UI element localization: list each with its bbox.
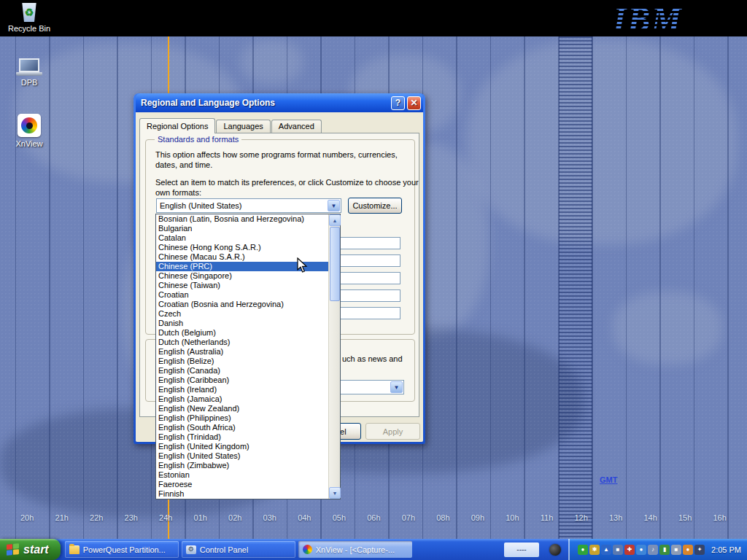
language-option[interactable]: English (South Africa) — [156, 423, 328, 432]
hour-label: 02h — [228, 513, 241, 522]
start-button[interactable]: start — [0, 539, 61, 560]
taskbar-task-button[interactable]: Control Panel — [182, 541, 295, 558]
gmt-hatch-band — [559, 36, 592, 539]
language-option[interactable]: English (Zimbabwe) — [156, 461, 328, 470]
language-option[interactable]: English (Ireland) — [156, 385, 328, 394]
tray-icon[interactable]: ■ — [613, 545, 623, 555]
tray-icon[interactable]: ✱ — [589, 545, 600, 555]
task-icon — [186, 545, 196, 554]
location-text-fragment: uch as news and — [342, 354, 411, 363]
tray-icon[interactable]: ▲ — [601, 545, 611, 555]
close-button[interactable]: ✕ — [407, 96, 421, 110]
dialog-tab[interactable]: Languages — [216, 120, 270, 133]
tray-icon[interactable]: ■ — [671, 545, 681, 555]
scrollbar-thumb[interactable] — [330, 227, 340, 301]
tray-icon[interactable]: ✦ — [694, 545, 705, 555]
hour-label: 21h — [55, 513, 69, 522]
taskbar: start PowerQuest Partition... Control Pa… — [0, 539, 747, 560]
gmt-label: GMT — [600, 475, 617, 484]
hour-label: 01h — [194, 513, 207, 522]
language-option[interactable]: Croatian (Bosnia and Herzegovina) — [156, 300, 328, 309]
language-option[interactable]: Chinese (Hong Kong S.A.R.) — [156, 243, 328, 252]
tray-icon[interactable]: ▮ — [659, 545, 670, 555]
language-option[interactable]: English (Australia) — [156, 347, 328, 357]
hour-label: 14h — [643, 513, 657, 522]
hour-label: 08h — [436, 513, 449, 522]
taskbar-dark-icon[interactable] — [549, 544, 561, 556]
dialog-tab[interactable]: Advanced — [271, 120, 322, 133]
windows-flag-icon — [7, 543, 19, 556]
language-option[interactable]: English (Jamaica) — [156, 394, 328, 404]
apply-button: Apply — [365, 423, 420, 440]
language-option[interactable]: Bulgarian — [156, 224, 328, 233]
language-option[interactable]: Finnish — [156, 489, 328, 499]
dialog-tab[interactable]: Regional Options — [139, 118, 215, 133]
tray-icon[interactable]: ● — [578, 545, 588, 555]
dialog-title: Regional and Language Options — [141, 98, 389, 108]
hour-label: 24h — [159, 513, 172, 522]
language-option[interactable]: English (Canada) — [156, 366, 328, 376]
language-option[interactable]: Chinese (Taiwan) — [156, 281, 328, 290]
chevron-down-icon[interactable]: ▼ — [328, 200, 340, 211]
desktop-icon-label: XnView — [1, 139, 57, 148]
dialog-titlebar[interactable]: Regional and Language Options ? ✕ — [136, 93, 423, 112]
hour-label: 16h — [713, 513, 727, 522]
language-option[interactable]: Czech — [156, 309, 328, 319]
list-scrollbar[interactable]: ▲ ▼ — [328, 214, 340, 499]
standards-description: This option affects how some programs fo… — [155, 149, 414, 170]
start-label: start — [23, 543, 49, 556]
desktop-icon-dpb[interactable]: DPB — [1, 58, 57, 87]
language-option[interactable]: Catalan — [156, 233, 328, 243]
language-option[interactable]: English (Belize) — [156, 357, 328, 366]
task-icon — [303, 545, 312, 554]
language-option[interactable]: English (United Kingdom) — [156, 442, 328, 451]
tray-icon[interactable]: ✚ — [624, 545, 635, 555]
taskbar-task-button[interactable]: XnView - [<Capture-... — [298, 541, 412, 558]
language-option[interactable]: Danish — [156, 319, 328, 328]
language-option[interactable]: English (New Zealand) — [156, 404, 328, 413]
recycle-bin-icon: ♻ — [21, 3, 37, 22]
desktop-icon-xnview[interactable]: XnView — [1, 114, 57, 148]
scroll-up-icon[interactable]: ▲ — [329, 214, 341, 226]
customize-button[interactable]: Customize... — [348, 198, 402, 214]
hour-label: 04h — [298, 513, 311, 522]
hour-label: 05h — [333, 513, 346, 522]
language-option[interactable]: Croatian — [156, 290, 328, 300]
language-option[interactable]: English (Caribbean) — [156, 376, 328, 385]
taskbar-tasks: PowerQuest Partition... Control Panel Xn… — [61, 539, 414, 560]
task-label: Control Panel — [200, 545, 249, 554]
chevron-down-icon[interactable]: ▼ — [390, 381, 403, 393]
language-option[interactable]: Faeroese — [156, 480, 328, 489]
scroll-down-icon[interactable]: ▼ — [329, 487, 341, 499]
language-option[interactable]: English (Trinidad) — [156, 432, 328, 442]
standards-instruction: Select an item to match its preferences,… — [155, 177, 427, 198]
hour-label: 07h — [402, 513, 415, 522]
hour-label: 09h — [471, 513, 484, 522]
hour-label: 10h — [506, 513, 519, 522]
timezone-hour-scale: 20h21h22h23h24h01h02h03h04h05h06h07h08h0… — [0, 513, 747, 522]
standards-format-combobox[interactable]: English (United States) ▼ — [156, 198, 341, 213]
hour-label: 15h — [678, 513, 692, 522]
taskbar-overflow-button[interactable]: ---- — [504, 542, 539, 557]
taskbar-task-button[interactable]: PowerQuest Partition... — [65, 541, 179, 558]
tray-icon[interactable]: ● — [683, 545, 693, 555]
language-option[interactable]: Estonian — [156, 470, 328, 480]
language-option[interactable]: Dutch (Belgium) — [156, 328, 328, 338]
mouse-cursor-icon — [297, 257, 308, 273]
system-tray: ● ✱ ▲ ■ ✚ ● ♪ ▮ ■ ● — [568, 539, 747, 560]
tray-icons: ● ✱ ▲ ■ ✚ ● ♪ ▮ ■ ● — [578, 545, 705, 555]
hour-label: 03h — [263, 513, 276, 522]
language-option[interactable]: English (United States) — [156, 451, 328, 461]
desktop-icon-recycle-bin[interactable]: ♻ Recycle Bin — [1, 3, 57, 33]
language-option[interactable]: Dutch (Netherlands) — [156, 338, 328, 347]
language-option[interactable]: English (Philippines) — [156, 413, 328, 423]
tray-icon[interactable]: ♪ — [648, 545, 658, 555]
laptop-icon — [16, 58, 42, 76]
language-option[interactable]: Bosnian (Latin, Bosnia and Herzegovina) — [156, 214, 328, 224]
task-label: XnView - [<Capture-... — [316, 545, 395, 554]
hour-label: 12h — [574, 513, 587, 522]
help-button[interactable]: ? — [391, 96, 405, 110]
dialog-tabs: Regional OptionsLanguagesAdvanced — [139, 118, 322, 133]
tray-icon[interactable]: ● — [636, 545, 646, 555]
combobox-value: English (United States) — [160, 201, 242, 210]
